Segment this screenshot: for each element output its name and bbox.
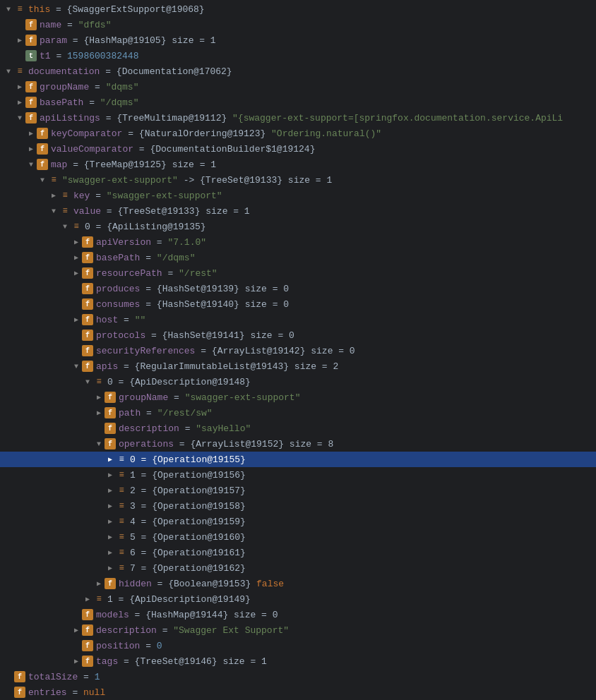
- expand-arrow[interactable]: [3, 66, 14, 77]
- field-icon: f: [14, 671, 25, 682]
- row-content: basePath = "/dqms": [96, 253, 195, 263]
- tree-row[interactable]: ≡5 = {Operation@19160}: [0, 529, 596, 545]
- tree-row[interactable]: ≡3 = {Operation@19158}: [0, 498, 596, 514]
- tree-row[interactable]: fbasePath = "/dqms": [0, 95, 596, 110]
- expand-arrow[interactable]: [59, 221, 71, 232]
- expand-arrow[interactable]: [71, 330, 82, 341]
- tree-row[interactable]: ≡this = {SwaggerExtSupport@19068}: [0, 1, 596, 17]
- expand-arrow[interactable]: [105, 547, 116, 558]
- expand-arrow[interactable]: [105, 500, 116, 512]
- expand-arrow[interactable]: [71, 624, 82, 636]
- tree-row[interactable]: fpath = "/rest/sw": [0, 405, 596, 421]
- expand-arrow[interactable]: [3, 671, 14, 682]
- expand-arrow[interactable]: [71, 609, 82, 620]
- expand-arrow[interactable]: [93, 407, 105, 418]
- tree-row[interactable]: ≡1 = {ApiDescription@19149}: [0, 591, 596, 607]
- expand-arrow[interactable]: [71, 640, 82, 651]
- row-content: hidden = {Boolean@19153} false: [119, 579, 284, 589]
- expand-arrow[interactable]: [14, 50, 25, 61]
- expand-arrow[interactable]: [93, 392, 105, 403]
- row-content: resourcePath = "/rest": [96, 268, 217, 279]
- expand-arrow[interactable]: [14, 97, 25, 108]
- expand-arrow[interactable]: [14, 19, 25, 30]
- expand-arrow[interactable]: [71, 267, 82, 279]
- expand-arrow[interactable]: [48, 190, 59, 201]
- tree-row[interactable]: ≡4 = {Operation@19159}: [0, 514, 596, 529]
- tree-row[interactable]: fproduces = {HashSet@19139} size = 0: [0, 281, 596, 296]
- tree-row[interactable]: fvalueComparator = {DocumentationBuilder…: [0, 141, 596, 157]
- expand-arrow[interactable]: [14, 35, 25, 46]
- expand-arrow[interactable]: [82, 593, 93, 605]
- tree-row[interactable]: fkeyComparator = {NaturalOrdering@19123}…: [0, 126, 596, 141]
- tree-row[interactable]: ≡2 = {Operation@19157}: [0, 483, 596, 498]
- tree-row[interactable]: ftotalSize = 1: [0, 669, 596, 684]
- expand-arrow[interactable]: [71, 314, 82, 325]
- tree-row[interactable]: fentries = null: [0, 684, 596, 700]
- tree-row[interactable]: foperations = {ArrayList@19152} size = 8: [0, 436, 596, 452]
- expand-arrow[interactable]: [71, 283, 82, 294]
- expand-arrow[interactable]: [82, 376, 93, 387]
- tree-row[interactable]: fgroupName = "dqms": [0, 79, 596, 95]
- tree-row[interactable]: ≡documentation = {Documentation@17062}: [0, 64, 596, 79]
- expand-arrow[interactable]: [105, 485, 116, 496]
- tree-row[interactable]: fapiVersion = "7.1.0": [0, 234, 596, 250]
- tree-row[interactable]: ≡0 = {ApiListing@19135}: [0, 219, 596, 234]
- expand-arrow[interactable]: [93, 423, 105, 434]
- tree-row[interactable]: fprotocols = {HashSet@19141} size = 0: [0, 327, 596, 343]
- expand-arrow[interactable]: [14, 81, 25, 92]
- tree-row[interactable]: ≡"swagger-ext-support" -> {TreeSet@19133…: [0, 172, 596, 188]
- expand-arrow[interactable]: [105, 562, 116, 574]
- expand-arrow[interactable]: [93, 438, 105, 449]
- tree-row[interactable]: fmodels = {HashMap@19144} size = 0: [0, 607, 596, 622]
- tree-row[interactable]: fparam = {HashMap@19105} size = 1: [0, 32, 596, 48]
- tree-row[interactable]: fapis = {RegularImmutableList@19143} siz…: [0, 358, 596, 374]
- expand-arrow[interactable]: [105, 454, 116, 465]
- tree-row[interactable]: fgroupName = "swagger-ext-support": [0, 390, 596, 405]
- tree-row[interactable]: ≡1 = {Operation@19156}: [0, 467, 596, 483]
- tree-row[interactable]: fhidden = {Boolean@19153} false: [0, 576, 596, 591]
- tree-row[interactable]: fmap = {TreeMap@19125} size = 1: [0, 157, 596, 172]
- tree-row[interactable]: fconsumes = {HashSet@19140} size = 0: [0, 296, 596, 312]
- expand-arrow[interactable]: [105, 516, 116, 527]
- expand-arrow[interactable]: [71, 252, 82, 263]
- tree-row[interactable]: ≡6 = {Operation@19161}: [0, 545, 596, 560]
- tree-row[interactable]: fname = "dfds": [0, 17, 596, 32]
- expand-arrow[interactable]: [71, 361, 82, 372]
- row-content: 6 = {Operation@19161}: [130, 548, 246, 558]
- tree-row[interactable]: fresourcePath = "/rest": [0, 265, 596, 281]
- tree-row[interactable]: ≡0 = {Operation@19155}: [0, 452, 596, 467]
- tree-row[interactable]: fposition = 0: [0, 638, 596, 653]
- tree-row[interactable]: fapiListings = {TreeMultimap@19112} "{sw…: [0, 110, 596, 126]
- expand-arrow[interactable]: [48, 205, 59, 217]
- expand-arrow[interactable]: [3, 687, 14, 698]
- tree-row[interactable]: fdescription = "Swagger Ext Support": [0, 622, 596, 638]
- expand-arrow[interactable]: [71, 656, 82, 667]
- expand-arrow[interactable]: [25, 128, 37, 139]
- expand-arrow[interactable]: [37, 174, 48, 186]
- tree-row[interactable]: fdescription = "sayHello": [0, 421, 596, 436]
- list-icon: ≡: [116, 547, 127, 558]
- row-content: map = {TreeMap@19125} size = 1: [51, 159, 216, 170]
- expand-arrow[interactable]: [71, 345, 82, 356]
- row-content: groupName = "dqms": [40, 82, 138, 92]
- expand-arrow[interactable]: [25, 143, 37, 155]
- row-content: basePath = "/dqms": [40, 97, 138, 108]
- expand-arrow[interactable]: [71, 236, 82, 248]
- expand-arrow[interactable]: [25, 159, 37, 170]
- expand-arrow[interactable]: [93, 578, 105, 589]
- expand-arrow[interactable]: [3, 4, 14, 15]
- tree-row[interactable]: ≡value = {TreeSet@19133} size = 1: [0, 203, 596, 219]
- tree-row[interactable]: fhost = "": [0, 312, 596, 327]
- tree-row[interactable]: fbasePath = "/dqms": [0, 250, 596, 265]
- tree-row[interactable]: fsecurityReferences = {ArrayList@19142} …: [0, 343, 596, 358]
- tree-row[interactable]: ftags = {TreeSet@19146} size = 1: [0, 653, 596, 669]
- expand-arrow[interactable]: [71, 298, 82, 310]
- expand-arrow[interactable]: [14, 112, 25, 123]
- tree-row[interactable]: ≡0 = {ApiDescription@19148}: [0, 374, 596, 390]
- expand-arrow[interactable]: [105, 531, 116, 543]
- expand-arrow[interactable]: [105, 469, 116, 481]
- tree-row[interactable]: tt1 = 1598600382448: [0, 48, 596, 64]
- tree-row[interactable]: ≡key = "swagger-ext-support": [0, 188, 596, 203]
- row-content: t1 = 1598600382448: [40, 51, 138, 61]
- tree-row[interactable]: ≡7 = {Operation@19162}: [0, 560, 596, 576]
